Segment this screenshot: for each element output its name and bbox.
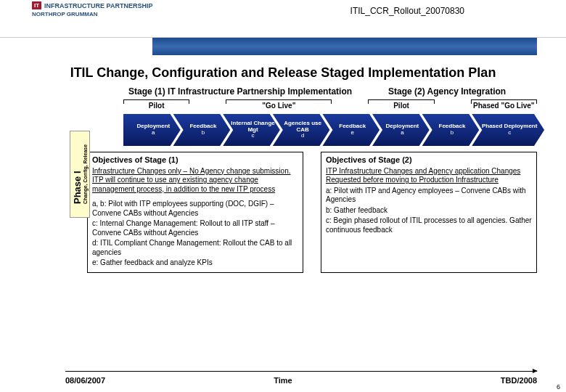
objectives-stage-1: Objectives of Stage (1) Infrastructure C… [87,152,303,273]
page-title: ITIL Change, Configuration and Release S… [0,65,566,81]
obj1-e: e: Gather feedback and analyze KPIs [92,258,298,268]
obj1-ab: a, b: Pilot with ITP employees supportin… [92,200,298,218]
phase-pilot-1: Pilot [123,99,189,110]
objectives-wrap: Objectives of Stage (1) Infrastructure C… [65,152,537,273]
obj2-b: b: Gather feedback [326,206,532,216]
arrow-agencies-cab: Agencies use CABd [273,114,330,146]
document-id: ITIL_CCR_Rollout_20070830 [350,6,464,16]
obj1-d: d: ITIL Compliant Change Management: Rol… [92,239,298,257]
obj2-c: c: Begin phased rollout of ITIL processe… [326,216,532,234]
phase-label-sub: Change, Config, Release [83,144,88,204]
arrow-deploy-1: Deploymenta [123,114,181,146]
footer-date-right: TBD/2008 [501,376,537,385]
phase-label-main: Phase I [72,171,83,204]
footer: 08/06/2007 Time TBD/2008 [0,376,566,385]
phase-brackets: Pilot "Go Live" Pilot Phased "Go Live" [123,99,537,110]
slide-header: IT INFRASTRUCTURE PARTNERSHIP NORTHROP G… [0,0,566,38]
phase-golive-1: "Go Live" [226,99,332,110]
obj1-intro: Infrastructure Changes only – No Agency … [92,167,298,195]
logo-it-badge: IT [32,1,41,9]
phase-golive-2: Phased "Go Live" [471,99,537,110]
phase-label: Phase I Change, Config, Release [70,131,90,218]
arrow-internal-change: Internal Change Mgtc [223,114,280,146]
header-band [152,38,537,55]
objectives-stage-2: Objectives of Stage (2) ITP Infrastructu… [321,152,537,273]
arrow-chevrons: Deploymenta Feedbackb Internal Change Mg… [123,114,544,146]
arrow-feedback-3: Feedbackb [422,114,480,146]
logo-ng: NORTHROP GRUMMAN [32,11,152,17]
logo-block: IT INFRASTRUCTURE PARTNERSHIP NORTHROP G… [32,1,152,17]
stage-2-title: Stage (2) Agency Integration [357,86,537,97]
page-number: 6 [557,383,560,391]
footer-date-left: 08/06/2007 [65,376,105,385]
phase-pilot-2: Pilot [368,99,434,110]
stage-1-title: Stage (1) IT Infrastructure Partnership … [123,86,357,97]
obj1-title: Objectives of Stage (1) [92,155,298,166]
time-axis-arrow [65,371,537,372]
obj2-intro: ITP Infrastructure Changes and Agency ap… [326,167,532,185]
logo-itp-text: INFRASTRUCTURE PARTNERSHIP [44,2,152,9]
stage-headers: Stage (1) IT Infrastructure Partnership … [123,86,537,97]
obj2-a: a: Pilot with ITP and Agency employees –… [326,187,532,205]
arrow-feedback-1: Feedbackb [173,114,231,146]
arrow-feedback-2: Feedbacke [322,114,380,146]
arrow-phased-deploy: Phased Deploymentc [472,114,544,146]
obj1-c: c: Internal Change Management: Rollout t… [92,219,298,237]
obj2-title: Objectives of Stage (2) [326,155,532,166]
arrow-deploy-2: Deploymenta [372,114,430,146]
logo-itp: IT INFRASTRUCTURE PARTNERSHIP [32,1,152,9]
footer-time-label: Time [274,376,292,385]
